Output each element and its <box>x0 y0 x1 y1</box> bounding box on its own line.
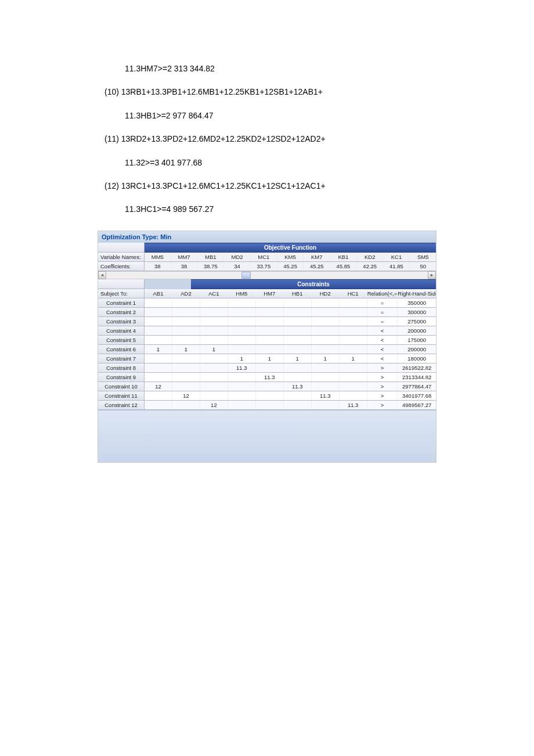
constraint-cell[interactable] <box>200 382 228 391</box>
variable-name-cell[interactable]: KC1 <box>384 253 410 261</box>
coefficient-cell[interactable]: 33.75 <box>251 262 277 271</box>
relation-cell[interactable]: > <box>367 401 398 409</box>
variable-name-cell[interactable]: MD2 <box>224 253 251 261</box>
constraint-cell[interactable] <box>228 391 256 400</box>
constraint-cell[interactable] <box>172 336 200 344</box>
constraint-cell[interactable] <box>340 336 367 344</box>
constraint-cell[interactable]: 12 <box>200 401 228 409</box>
rhs-cell[interactable]: 3401977.68 <box>398 391 436 400</box>
constraint-cell[interactable] <box>228 401 256 409</box>
constraint-cell[interactable] <box>312 345 340 354</box>
constraint-cell[interactable] <box>172 401 200 409</box>
coefficient-cell[interactable]: 50 <box>410 262 436 271</box>
coefficient-cell[interactable]: 42.25 <box>357 262 384 271</box>
constraint-cell[interactable] <box>256 382 284 391</box>
relation-cell[interactable]: < <box>367 345 398 354</box>
constraint-cell[interactable] <box>312 382 340 391</box>
constraint-cell[interactable] <box>172 317 200 326</box>
constraint-cell[interactable] <box>312 373 340 381</box>
constraint-cell[interactable] <box>312 401 340 409</box>
constraint-cell[interactable] <box>312 363 340 372</box>
constraint-cell[interactable] <box>256 317 284 326</box>
constraint-cell[interactable] <box>284 298 312 307</box>
coefficient-cell[interactable]: 38.75 <box>197 262 224 271</box>
constraint-cell[interactable]: 1 <box>340 354 367 363</box>
constraint-cell[interactable]: 11.3 <box>228 363 256 372</box>
constraint-cell[interactable] <box>145 326 172 335</box>
constraint-cell[interactable] <box>200 373 228 381</box>
constraint-cell[interactable] <box>145 363 172 372</box>
constraint-cell[interactable] <box>256 345 284 354</box>
constraint-cell[interactable] <box>145 317 172 326</box>
constraint-cell[interactable] <box>145 373 172 381</box>
constraint-cell[interactable] <box>200 336 228 344</box>
constraint-cell[interactable] <box>340 308 367 316</box>
constraint-cell[interactable] <box>284 401 312 409</box>
rhs-cell[interactable]: 300000 <box>398 308 436 316</box>
rhs-cell[interactable]: 200000 <box>398 326 436 335</box>
variable-name-cell[interactable]: KM5 <box>277 253 304 261</box>
constraint-cell[interactable]: 1 <box>145 345 172 354</box>
constraint-cell[interactable] <box>284 373 312 381</box>
constraint-var-header[interactable]: HC1 <box>340 289 367 298</box>
scroll-right-icon[interactable]: ► <box>428 271 436 279</box>
constraint-cell[interactable]: 11.3 <box>312 391 340 400</box>
scroll-left-icon[interactable]: ◄ <box>98 271 106 279</box>
constraint-cell[interactable] <box>312 298 340 307</box>
constraint-cell[interactable]: 11.3 <box>256 373 284 381</box>
constraint-cell[interactable] <box>200 308 228 316</box>
variable-name-cell[interactable]: MM7 <box>171 253 198 261</box>
variable-name-cell[interactable]: SM5 <box>410 253 436 261</box>
constraint-cell[interactable] <box>172 354 200 363</box>
constraint-cell[interactable] <box>340 326 367 335</box>
constraint-cell[interactable]: 1 <box>228 354 256 363</box>
relation-cell[interactable]: < <box>367 354 398 363</box>
coefficient-cell[interactable]: 38 <box>145 262 171 271</box>
constraint-cell[interactable] <box>145 298 172 307</box>
constraint-cell[interactable] <box>312 336 340 344</box>
relation-cell[interactable]: = <box>367 317 398 326</box>
rhs-cell[interactable]: 350000 <box>398 298 436 307</box>
rhs-cell[interactable]: 2977864.47 <box>398 382 436 391</box>
constraint-var-header[interactable]: HB1 <box>284 289 312 298</box>
constraint-cell[interactable] <box>172 382 200 391</box>
constraint-cell[interactable] <box>228 345 256 354</box>
constraint-cell[interactable] <box>228 298 256 307</box>
rhs-cell[interactable]: 180000 <box>398 354 436 363</box>
constraint-cell[interactable] <box>256 298 284 307</box>
relation-cell[interactable]: > <box>367 382 398 391</box>
constraint-cell[interactable] <box>312 326 340 335</box>
variable-name-cell[interactable]: KM7 <box>304 253 330 261</box>
constraint-cell[interactable] <box>284 345 312 354</box>
constraint-cell[interactable] <box>340 345 367 354</box>
constraint-cell[interactable] <box>200 363 228 372</box>
constraint-var-header[interactable]: HM7 <box>256 289 284 298</box>
constraint-cell[interactable] <box>340 363 367 372</box>
constraint-var-header[interactable]: AC1 <box>200 289 228 298</box>
constraint-cell[interactable] <box>200 391 228 400</box>
constraint-cell[interactable] <box>172 308 200 316</box>
constraint-cell[interactable] <box>340 382 367 391</box>
constraint-cell[interactable] <box>145 336 172 344</box>
constraint-cell[interactable]: 1 <box>256 354 284 363</box>
constraint-cell[interactable]: 12 <box>145 382 172 391</box>
constraint-cell[interactable]: 11.3 <box>340 401 367 409</box>
variable-name-cell[interactable]: MB1 <box>197 253 224 261</box>
coefficient-cell[interactable]: 34 <box>224 262 251 271</box>
constraint-cell[interactable] <box>172 326 200 335</box>
constraint-cell[interactable] <box>200 354 228 363</box>
constraint-cell[interactable] <box>200 317 228 326</box>
constraint-var-header[interactable]: HM5 <box>228 289 256 298</box>
constraint-cell[interactable] <box>340 373 367 381</box>
constraint-cell[interactable] <box>340 298 367 307</box>
rhs-cell[interactable]: 175000 <box>398 336 436 344</box>
rhs-cell[interactable]: 2313344.82 <box>398 373 436 381</box>
constraint-cell[interactable] <box>340 317 367 326</box>
constraint-var-header[interactable]: AB1 <box>145 289 172 298</box>
constraint-cell[interactable]: 1 <box>312 354 340 363</box>
constraint-cell[interactable] <box>145 401 172 409</box>
relation-cell[interactable]: = <box>367 308 398 316</box>
constraint-cell[interactable] <box>284 317 312 326</box>
constraint-var-header[interactable]: AD2 <box>172 289 200 298</box>
constraint-cell[interactable]: 1 <box>172 345 200 354</box>
